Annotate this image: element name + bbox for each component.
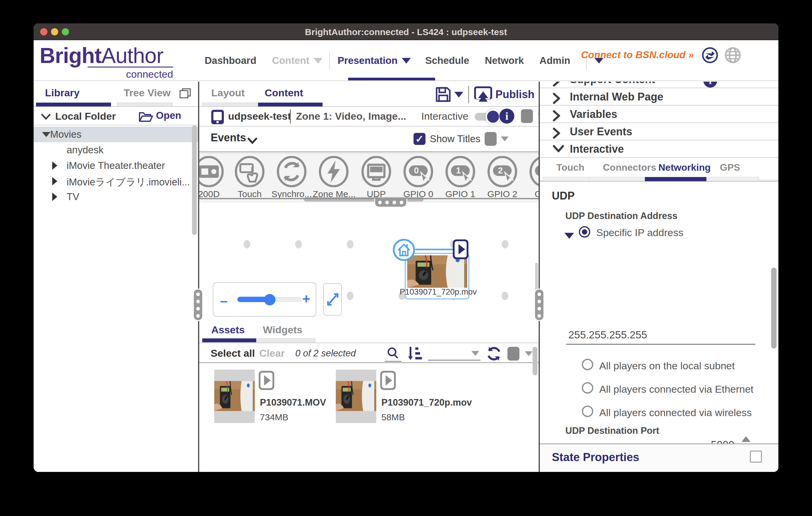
- radio-wireless-label[interactable]: All players connected via wireless: [599, 407, 752, 419]
- radio-ethernet[interactable]: [582, 382, 593, 394]
- tab-widgets[interactable]: Widgets: [263, 324, 302, 336]
- tab-assets[interactable]: Assets: [211, 324, 245, 336]
- nav-item-presentation[interactable]: Presentation: [338, 55, 398, 66]
- event-icon-gpio-2[interactable]: 2 GPIO 2: [481, 156, 523, 199]
- tab-connectors[interactable]: Connectors: [603, 162, 656, 173]
- publish-icon[interactable]: [474, 86, 492, 103]
- tab-content[interactable]: Content: [265, 87, 303, 99]
- event-icon-udp[interactable]: UDP: [355, 156, 397, 199]
- tab-networking[interactable]: Networking: [658, 162, 710, 173]
- nav-item-admin[interactable]: Admin: [540, 55, 571, 66]
- fit-canvas-button[interactable]: [323, 283, 342, 315]
- tree-item-3[interactable]: iMovieライブラリ.imovieli...: [34, 173, 198, 189]
- asset-card[interactable]: P1039071.MOV 734MB: [214, 370, 328, 438]
- sort-dropdown[interactable]: [428, 347, 481, 361]
- zone-color-button[interactable]: [521, 109, 533, 123]
- tab-library[interactable]: Library: [45, 87, 80, 99]
- properties-scrollbar[interactable]: [771, 268, 777, 348]
- tab-gps[interactable]: GPS: [720, 162, 740, 173]
- sort-icon[interactable]: [407, 345, 423, 362]
- collapsed-caret-icon[interactable]: [52, 161, 57, 170]
- event-icon-synchro-[interactable]: Synchro...: [271, 156, 313, 199]
- refresh-icon[interactable]: [486, 345, 502, 362]
- asset-card[interactable]: P1039071_720p.mov 58MB: [336, 370, 450, 438]
- titles-color-button[interactable]: [485, 132, 497, 146]
- collapsed-caret-icon[interactable]: [52, 192, 57, 201]
- show-titles-checkbox[interactable]: ✓: [413, 133, 426, 145]
- event-icon-200d[interactable]: 200D: [199, 156, 230, 199]
- titles-options-caret[interactable]: [501, 136, 509, 141]
- presentation-icon: [211, 109, 225, 125]
- nav-caret-content[interactable]: [314, 58, 323, 64]
- nav-item-schedule[interactable]: Schedule: [425, 55, 469, 66]
- zone-label[interactable]: Zone 1: Video, Image...: [296, 111, 406, 122]
- search-icon[interactable]: [385, 345, 402, 362]
- duplicate-panel-icon[interactable]: [179, 88, 191, 98]
- zoom-out-button[interactable]: –: [220, 293, 228, 309]
- ip-address-input[interactable]: 255.255.255.255: [568, 329, 647, 341]
- radio-specific-ip[interactable]: [579, 226, 590, 238]
- section-internal-web-page[interactable]: Internal Web Page: [540, 88, 778, 105]
- open-folder-icon[interactable]: [139, 111, 153, 122]
- section-list: Support ContentiInternal Web PageVariabl…: [540, 82, 778, 158]
- asset-options-caret[interactable]: [525, 351, 533, 356]
- home-state-icon[interactable]: [393, 239, 415, 261]
- nav-caret-presentation[interactable]: [402, 58, 411, 64]
- events-chevron-icon[interactable]: [247, 138, 258, 145]
- language-globe-icon[interactable]: [724, 47, 741, 64]
- radio-specific-ip-label[interactable]: Specific IP address: [596, 227, 683, 239]
- assets-scrollbar[interactable]: [533, 347, 538, 375]
- clear-button[interactable]: Clear: [259, 347, 285, 359]
- section-variables[interactable]: Variables: [540, 105, 778, 123]
- expanded-caret-icon[interactable]: [42, 132, 50, 137]
- event-icon-gp-[interactable]: 3 GP...: [523, 156, 539, 199]
- zoom-slider[interactable]: [237, 297, 302, 302]
- event-icon-touch[interactable]: Touch: [229, 156, 271, 199]
- select-all-button[interactable]: Select all: [211, 347, 255, 359]
- nav-item-network[interactable]: Network: [485, 55, 524, 66]
- tab-touch[interactable]: Touch: [556, 162, 584, 173]
- zoom-slider-knob[interactable]: [264, 294, 276, 305]
- radio-wireless[interactable]: [582, 405, 593, 417]
- left-splitter-handle[interactable]: [193, 289, 203, 321]
- collapsed-caret-icon[interactable]: [52, 177, 57, 185]
- publish-button[interactable]: Publish: [495, 88, 534, 101]
- save-options-caret[interactable]: [454, 92, 463, 97]
- tab-tree-view[interactable]: Tree View: [124, 87, 170, 99]
- interactive-toggle[interactable]: [475, 113, 494, 121]
- nav-item-dashboard[interactable]: Dashboard: [205, 55, 256, 66]
- section-interactive[interactable]: Interactive: [540, 141, 778, 158]
- tree-item-movies[interactable]: Movies: [34, 127, 198, 142]
- section-label: User Events: [570, 125, 632, 138]
- nav-item-content[interactable]: Content: [272, 55, 309, 66]
- sidebar-scrollbar[interactable]: [192, 125, 197, 235]
- tab-layout[interactable]: Layout: [211, 87, 244, 99]
- media-play-event-icon[interactable]: [453, 239, 468, 259]
- address-caret-icon[interactable]: [564, 232, 575, 239]
- tree-item-2[interactable]: iMovie Theater.theater: [34, 158, 198, 173]
- info-icon[interactable]: i: [703, 82, 717, 88]
- chevron-down-icon[interactable]: [41, 113, 51, 120]
- horizontal-splitter-handle[interactable]: [374, 199, 407, 208]
- event-icon-zone-me-[interactable]: Zone Me...: [313, 156, 355, 199]
- section-user-events[interactable]: User Events: [540, 123, 778, 141]
- event-icon-gpio-1[interactable]: 1 GPIO 1: [439, 156, 481, 199]
- asset-color-button[interactable]: [508, 347, 519, 361]
- tree-item-4[interactable]: TV: [34, 189, 198, 205]
- section-support-content[interactable]: Support Contenti: [540, 82, 778, 88]
- presentation-canvas[interactable]: P1039071_720p.mov – +: [199, 203, 539, 320]
- transfer-icon[interactable]: [702, 47, 718, 64]
- right-splitter-handle[interactable]: [534, 289, 544, 321]
- state-properties-expand-icon[interactable]: [751, 452, 762, 462]
- save-icon[interactable]: [435, 86, 451, 102]
- radio-ethernet-label[interactable]: All players connected via Ethernet: [599, 384, 753, 395]
- info-icon[interactable]: i: [499, 109, 514, 124]
- open-button[interactable]: Open: [156, 110, 181, 121]
- radio-local-subnet[interactable]: [582, 359, 593, 370]
- tree-item-1[interactable]: anydesk: [34, 142, 198, 158]
- connect-bsn-link[interactable]: Connect to BSN.cloud »: [581, 49, 694, 61]
- radio-local-subnet-label[interactable]: All players on the local subnet: [599, 360, 735, 372]
- video-state-node[interactable]: P1039071_720p.mov: [405, 253, 469, 299]
- zoom-in-button[interactable]: +: [302, 291, 310, 307]
- event-icon-gpio-0[interactable]: 0 GPIO 0: [397, 156, 439, 199]
